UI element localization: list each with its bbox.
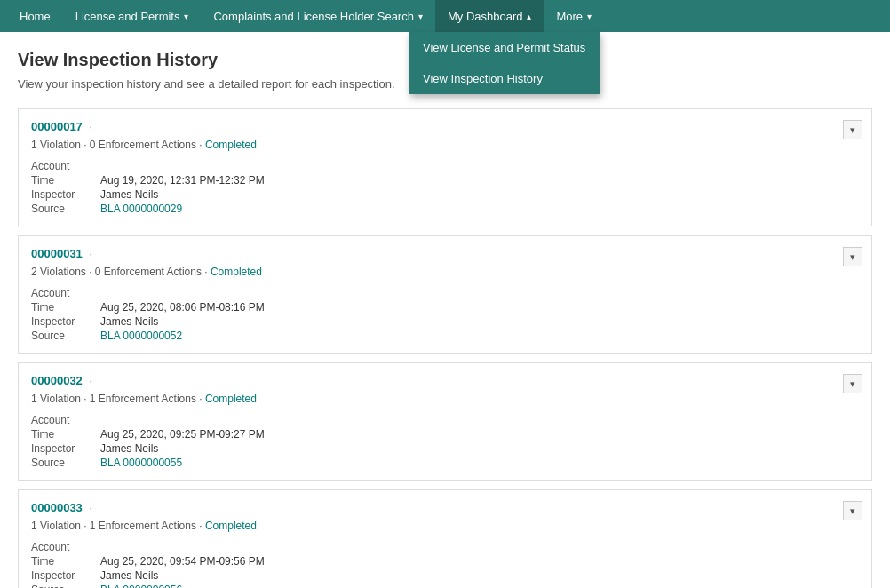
nav-home-label: Home bbox=[20, 10, 51, 23]
status-badge: Completed bbox=[205, 520, 257, 532]
enforcement-count: 1 Enforcement Actions bbox=[90, 393, 196, 405]
status-badge: Completed bbox=[211, 266, 262, 278]
card-summary: 1 Violation · 1 Enforcement Actions · Co… bbox=[31, 520, 859, 532]
nav-my-dashboard[interactable]: My Dashboard ▴ bbox=[435, 0, 544, 32]
time-value: Aug 25, 2020, 09:54 PM-09:56 PM bbox=[100, 555, 859, 568]
card-summary: 1 Violation · 0 Enforcement Actions · Co… bbox=[31, 139, 859, 151]
enforcement-count: 0 Enforcement Actions bbox=[95, 266, 202, 278]
inspector-value: James Neils bbox=[100, 442, 859, 455]
card-summary: 2 Violations · 0 Enforcement Actions · C… bbox=[31, 266, 859, 278]
account-value bbox=[100, 287, 859, 299]
inspector-value: James Neils bbox=[100, 569, 859, 582]
summary-dot-2: · bbox=[199, 393, 205, 405]
account-label: Account bbox=[31, 541, 93, 553]
nav-more-label: More bbox=[556, 10, 583, 23]
nav-license-permits-label: License and Permits bbox=[75, 10, 180, 23]
inspector-label: Inspector bbox=[31, 569, 93, 582]
violations-count: 1 Violation bbox=[31, 520, 81, 532]
inspector-label: Inspector bbox=[31, 188, 93, 201]
card-header: 00000031 · bbox=[31, 247, 859, 260]
time-label: Time bbox=[31, 301, 93, 314]
card-header: 00000033 · bbox=[31, 501, 859, 514]
nav-complaints[interactable]: Complaints and License Holder Search ▾ bbox=[201, 0, 434, 32]
time-value: Aug 25, 2020, 09:25 PM-09:27 PM bbox=[100, 428, 859, 441]
account-label: Account bbox=[31, 160, 93, 172]
inspection-list: 00000017 · 1 Violation · 0 Enforcement A… bbox=[18, 108, 872, 588]
card-expand-button[interactable]: ▾ bbox=[843, 501, 862, 520]
card-details: Account Time Aug 25, 2020, 09:25 PM-09:2… bbox=[31, 414, 859, 469]
nav-my-dashboard-chevron-icon: ▴ bbox=[527, 12, 531, 21]
enforcement-count: 0 Enforcement Actions bbox=[90, 139, 196, 151]
source-label: Source bbox=[31, 584, 93, 588]
inspection-card: 00000032 · 1 Violation · 1 Enforcement A… bbox=[18, 362, 872, 481]
nav-complaints-label: Complaints and License Holder Search bbox=[213, 10, 413, 23]
enforcement-count: 1 Enforcement Actions bbox=[90, 520, 196, 532]
card-id[interactable]: 00000032 bbox=[31, 374, 83, 387]
card-id[interactable]: 00000017 bbox=[31, 120, 83, 133]
source-link[interactable]: BLA 0000000029 bbox=[100, 203, 859, 215]
summary-dot-2: · bbox=[199, 520, 205, 532]
dropdown-view-inspection[interactable]: View Inspection History bbox=[409, 63, 600, 94]
card-header: 00000032 · bbox=[31, 374, 859, 387]
my-dashboard-dropdown: View License and Permit Status View Insp… bbox=[409, 32, 600, 94]
card-dot: · bbox=[89, 247, 92, 260]
source-label: Source bbox=[31, 457, 93, 469]
card-summary: 1 Violation · 1 Enforcement Actions · Co… bbox=[31, 393, 859, 405]
card-details: Account Time Aug 25, 2020, 09:54 PM-09:5… bbox=[31, 541, 859, 588]
nav-my-dashboard-label: My Dashboard bbox=[448, 10, 523, 23]
nav-bar: Home License and Permits ▾ Complaints an… bbox=[0, 0, 890, 32]
dropdown-view-license[interactable]: View License and Permit Status bbox=[409, 32, 600, 63]
time-value: Aug 25, 2020, 08:06 PM-08:16 PM bbox=[100, 301, 859, 314]
violations-count: 1 Violation bbox=[31, 393, 81, 405]
time-label: Time bbox=[31, 174, 93, 187]
time-label: Time bbox=[31, 428, 93, 441]
card-expand-button[interactable]: ▾ bbox=[843, 120, 862, 139]
card-dot: · bbox=[89, 120, 92, 133]
summary-dot-2: · bbox=[199, 139, 205, 151]
account-value bbox=[100, 414, 859, 426]
status-badge: Completed bbox=[205, 139, 257, 151]
card-id[interactable]: 00000031 bbox=[31, 247, 83, 260]
inspector-value: James Neils bbox=[100, 315, 859, 328]
summary-dot-1: · bbox=[83, 520, 90, 532]
inspector-label: Inspector bbox=[31, 442, 93, 455]
summary-dot-1: · bbox=[83, 393, 90, 405]
inspection-card: 00000031 · 2 Violations · 0 Enforcement … bbox=[18, 235, 872, 354]
source-link[interactable]: BLA 0000000056 bbox=[100, 584, 859, 588]
summary-dot-2: · bbox=[204, 266, 211, 278]
account-label: Account bbox=[31, 287, 93, 299]
card-id[interactable]: 00000033 bbox=[31, 501, 83, 514]
nav-license-permits-chevron-icon: ▾ bbox=[184, 12, 188, 21]
source-link[interactable]: BLA 0000000055 bbox=[100, 457, 859, 469]
card-id-row: 00000017 · bbox=[31, 120, 96, 133]
card-expand-button[interactable]: ▾ bbox=[843, 374, 862, 393]
violations-count: 1 Violation bbox=[31, 139, 81, 151]
card-dot: · bbox=[89, 501, 92, 514]
nav-more[interactable]: More ▾ bbox=[544, 0, 604, 32]
time-label: Time bbox=[31, 555, 93, 568]
nav-complaints-chevron-icon: ▾ bbox=[418, 12, 423, 21]
summary-dot-1: · bbox=[83, 139, 90, 151]
time-value: Aug 19, 2020, 12:31 PM-12:32 PM bbox=[100, 174, 859, 187]
nav-license-permits[interactable]: License and Permits ▾ bbox=[63, 0, 202, 32]
account-label: Account bbox=[31, 414, 93, 426]
card-id-row: 00000033 · bbox=[31, 501, 96, 514]
card-id-row: 00000032 · bbox=[31, 374, 96, 387]
inspector-value: James Neils bbox=[100, 188, 859, 201]
violations-count: 2 Violations bbox=[31, 266, 86, 278]
inspection-card: 00000033 · 1 Violation · 1 Enforcement A… bbox=[18, 489, 872, 588]
source-link[interactable]: BLA 0000000052 bbox=[100, 330, 859, 342]
card-details: Account Time Aug 25, 2020, 08:06 PM-08:1… bbox=[31, 287, 859, 342]
account-value bbox=[100, 160, 859, 172]
inspector-label: Inspector bbox=[31, 315, 93, 328]
account-value bbox=[100, 541, 859, 553]
card-id-row: 00000031 · bbox=[31, 247, 96, 260]
status-badge: Completed bbox=[205, 393, 257, 405]
inspection-card: 00000017 · 1 Violation · 0 Enforcement A… bbox=[18, 108, 872, 226]
source-label: Source bbox=[31, 203, 93, 215]
nav-more-chevron-icon: ▾ bbox=[587, 12, 592, 21]
card-details: Account Time Aug 19, 2020, 12:31 PM-12:3… bbox=[31, 160, 859, 215]
card-expand-button[interactable]: ▾ bbox=[843, 247, 862, 266]
card-dot: · bbox=[89, 374, 92, 387]
nav-home[interactable]: Home bbox=[7, 0, 63, 32]
